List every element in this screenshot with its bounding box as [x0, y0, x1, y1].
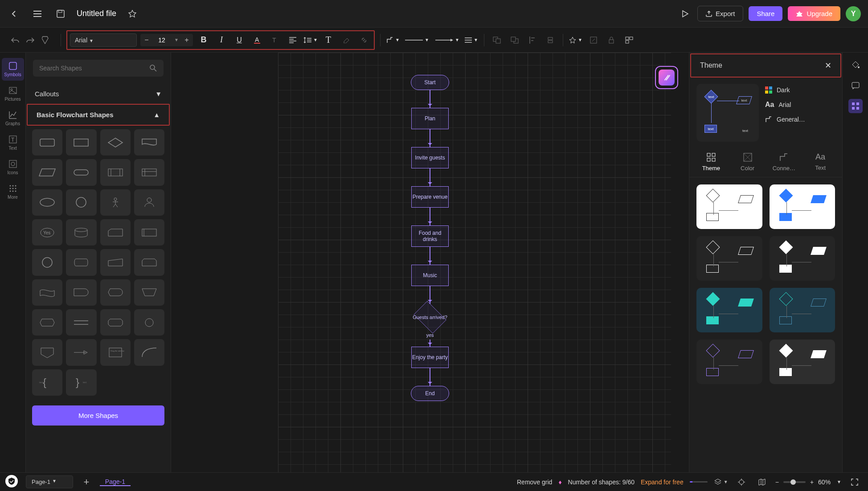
- underline-button[interactable]: U: [232, 33, 246, 47]
- shape-manual-op[interactable]: [134, 279, 164, 306]
- shape-circle[interactable]: [66, 189, 96, 216]
- shape-pill[interactable]: [66, 159, 96, 185]
- rail-symbols[interactable]: Symbols: [2, 58, 24, 81]
- tab-color[interactable]: Color: [732, 152, 763, 172]
- theme-option-6[interactable]: [696, 340, 762, 384]
- format-painter-icon[interactable]: [38, 33, 53, 47]
- shape-parallelogram[interactable]: [32, 159, 62, 185]
- page-select[interactable]: Page-1▼: [26, 475, 73, 488]
- theme-option-7[interactable]: [770, 340, 835, 384]
- avatar[interactable]: Y: [846, 6, 861, 21]
- shape-preparation[interactable]: [32, 309, 62, 336]
- shape-connector[interactable]: [134, 309, 164, 336]
- lock-icon[interactable]: [604, 33, 618, 47]
- export-button[interactable]: Export: [697, 6, 743, 21]
- fullscreen-icon[interactable]: [848, 475, 862, 489]
- rail-graphs[interactable]: Graphs: [2, 107, 24, 130]
- node-venue[interactable]: Prepare venue: [411, 186, 449, 208]
- rail-text[interactable]: T Text: [2, 131, 24, 154]
- close-icon[interactable]: ✕: [825, 61, 831, 70]
- theme-option-5[interactable]: [770, 288, 835, 332]
- node-start[interactable]: Start: [411, 75, 449, 90]
- shape-annotation[interactable]: Drag the side handles to change the widt…: [100, 339, 131, 365]
- bring-front-icon[interactable]: [508, 33, 522, 47]
- rail-pictures[interactable]: Pictures: [2, 82, 24, 105]
- layers-icon[interactable]: ▼: [714, 475, 728, 489]
- more-tools-icon[interactable]: [622, 33, 636, 47]
- align-button[interactable]: [286, 33, 300, 47]
- star-icon[interactable]: [125, 7, 139, 21]
- italic-button[interactable]: I: [214, 33, 229, 47]
- ai-assistant-button[interactable]: ⫽: [655, 66, 678, 89]
- back-button[interactable]: [7, 7, 21, 21]
- connector-type-button[interactable]: ▼: [386, 33, 400, 47]
- link-icon[interactable]: [357, 33, 371, 47]
- shape-tape[interactable]: [32, 279, 62, 306]
- zoom-in-button[interactable]: +: [810, 479, 814, 486]
- rail-more[interactable]: More: [2, 180, 24, 203]
- rail-icons[interactable]: Icons: [2, 156, 24, 179]
- zoom-out-button[interactable]: −: [775, 479, 779, 486]
- redo-button[interactable]: [23, 33, 37, 47]
- shape-user[interactable]: [134, 189, 164, 216]
- bold-button[interactable]: B: [197, 33, 211, 47]
- shape-database[interactable]: [66, 219, 96, 246]
- shape-arc[interactable]: [134, 339, 164, 365]
- tab-text[interactable]: Aa Text: [805, 152, 836, 172]
- shape-circle-alt[interactable]: [32, 249, 62, 275]
- undo-button[interactable]: [8, 33, 22, 47]
- save-icon[interactable]: [53, 7, 68, 21]
- zoom-value[interactable]: 60%: [818, 479, 831, 486]
- focus-icon[interactable]: [734, 475, 749, 489]
- node-plan[interactable]: Plan: [411, 108, 449, 129]
- shape-diamond[interactable]: [100, 129, 131, 155]
- search-icon[interactable]: [149, 64, 157, 72]
- theme-option-4[interactable]: [696, 288, 762, 332]
- node-food[interactable]: Food and drinks: [411, 225, 449, 247]
- shape-offpage[interactable]: [32, 339, 62, 365]
- shape-delay[interactable]: [66, 279, 96, 306]
- remove-grid-label[interactable]: Remove grid: [517, 479, 552, 486]
- share-button[interactable]: Share: [749, 6, 782, 21]
- shape-ellipse[interactable]: [32, 189, 62, 216]
- eraser-icon[interactable]: [339, 33, 353, 47]
- node-guests-arrived[interactable]: Guests arrived?: [411, 304, 449, 331]
- shape-yes-decision[interactable]: Yes: [32, 219, 62, 246]
- send-back-icon[interactable]: [490, 33, 504, 47]
- search-input[interactable]: [39, 65, 149, 72]
- font-size-input[interactable]: [153, 35, 171, 45]
- arrow-style-button[interactable]: ▼: [434, 33, 461, 47]
- theme-option-0[interactable]: [696, 184, 762, 229]
- shape-brace-left[interactable]: {text: [32, 369, 62, 396]
- edit-icon[interactable]: [586, 33, 601, 47]
- line-spacing-button[interactable]: ▼: [303, 33, 318, 47]
- list-style-button[interactable]: ▼: [464, 33, 479, 47]
- section-callouts[interactable]: Callouts ▼: [26, 84, 171, 104]
- play-button[interactable]: [678, 7, 692, 21]
- chevron-down-icon[interactable]: ▼: [172, 37, 180, 42]
- menu-button[interactable]: [30, 7, 45, 21]
- more-shapes-button[interactable]: More Shapes: [32, 405, 164, 426]
- shape-loop[interactable]: [100, 309, 131, 336]
- effects-button[interactable]: ▼: [569, 33, 583, 47]
- canvas[interactable]: Start Plan Invite guests Prepare venue F…: [171, 53, 689, 472]
- shape-stored-data[interactable]: [134, 219, 164, 246]
- shape-card[interactable]: [100, 219, 131, 246]
- shape-actor[interactable]: [100, 189, 131, 216]
- upgrade-button[interactable]: Upgrade: [788, 6, 840, 21]
- shape-loop-limit[interactable]: [134, 249, 164, 275]
- shape-manual-input[interactable]: [100, 249, 131, 275]
- font-size-increase[interactable]: +: [180, 34, 193, 46]
- theme-option-1[interactable]: [770, 184, 835, 229]
- shield-check-icon[interactable]: [5, 475, 18, 487]
- font-color-button[interactable]: A: [250, 33, 264, 47]
- file-title[interactable]: Untitled file: [77, 9, 116, 18]
- comment-icon[interactable]: [848, 78, 863, 93]
- fill-icon[interactable]: [848, 58, 863, 72]
- shape-internal-storage[interactable]: [134, 159, 164, 185]
- section-basic-flowchart[interactable]: Basic Flowchart Shapes ▲: [27, 104, 170, 126]
- themes-grid-icon[interactable]: [848, 99, 863, 113]
- node-enjoy[interactable]: Enjoy the party: [411, 347, 449, 368]
- text-effect-icon[interactable]: T: [268, 33, 282, 47]
- tab-theme[interactable]: Theme: [696, 152, 727, 172]
